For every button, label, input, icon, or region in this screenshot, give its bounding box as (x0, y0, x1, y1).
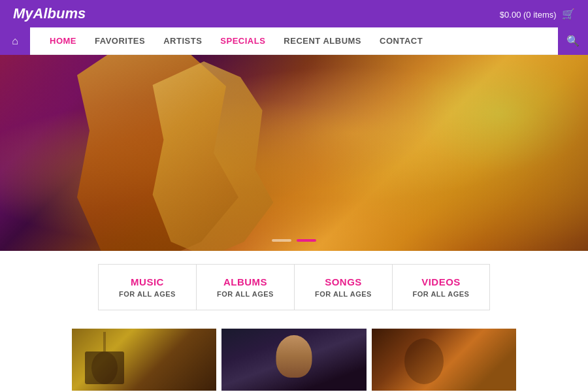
main-nav: ⌂ HOME FAVORITES ARTISTS SPECIALS RECENT… (0, 27, 588, 55)
nav-links: HOME FAVORITES ARTISTS SPECIALS RECENT A… (30, 36, 558, 46)
category-songs[interactable]: SONGS FOR ALL AGES (294, 264, 392, 310)
hero-dot-1[interactable] (272, 239, 291, 242)
hero-dots (272, 239, 316, 242)
category-albums[interactable]: ALBUMS FOR ALL AGES (196, 264, 294, 310)
album-thumb-2[interactable] (221, 329, 366, 391)
category-albums-sub: FOR ALL AGES (216, 290, 274, 298)
category-songs-sub: FOR ALL AGES (314, 290, 372, 298)
nav-link-favorites[interactable]: FAVORITES (95, 36, 145, 46)
hero-image (0, 55, 588, 251)
light-flash (294, 55, 588, 251)
home-button[interactable]: ⌂ (0, 27, 30, 55)
category-videos-sub: FOR ALL AGES (412, 290, 470, 298)
album-thumb-2-face (276, 335, 312, 378)
album-thumb-1[interactable] (72, 329, 216, 391)
nav-link-specials[interactable]: SPECIALS (220, 36, 265, 46)
category-videos[interactable]: VIDEOS FOR ALL AGES (392, 264, 490, 310)
site-header: MyAlbums $0.00 (0 items) 🛒 (0, 0, 588, 27)
cart-area[interactable]: $0.00 (0 items) 🛒 (500, 8, 575, 20)
svg-point-0 (91, 351, 118, 384)
hero-section (0, 55, 588, 251)
site-logo[interactable]: MyAlbums (13, 5, 86, 22)
search-icon: 🔍 (566, 35, 580, 47)
hero-dot-2[interactable] (297, 239, 316, 242)
category-music[interactable]: MUSIC FOR ALL AGES (98, 264, 196, 310)
albums-row (0, 329, 588, 391)
album-thumb-3[interactable] (372, 329, 516, 391)
search-button[interactable]: 🔍 (558, 27, 588, 55)
nav-link-contact[interactable]: CONTACT (380, 36, 423, 46)
home-icon: ⌂ (12, 35, 18, 47)
svg-point-2 (404, 338, 444, 384)
categories-section: MUSIC FOR ALL AGES ALBUMS FOR ALL AGES S… (0, 251, 588, 323)
nav-link-artists[interactable]: ARTISTS (163, 36, 202, 46)
category-music-sub: FOR ALL AGES (118, 290, 176, 298)
cart-icon: 🛒 (562, 8, 575, 20)
category-music-title: MUSIC (118, 276, 176, 287)
category-songs-title: SONGS (314, 276, 372, 287)
nav-link-recent-albums[interactable]: RECENT ALBUMS (284, 36, 361, 46)
nav-link-home[interactable]: HOME (50, 36, 76, 46)
category-videos-title: VIDEOS (412, 276, 470, 287)
category-albums-title: ALBUMS (216, 276, 274, 287)
cart-text: $0.00 (0 items) (500, 10, 557, 20)
